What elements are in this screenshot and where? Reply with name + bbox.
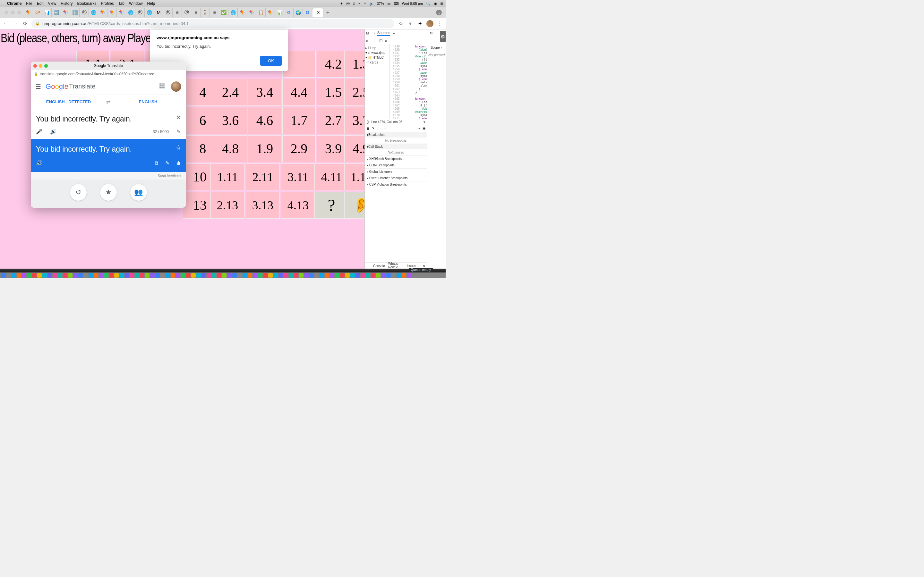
dock-app-icon[interactable] (166, 273, 170, 277)
dock-app-icon[interactable] (381, 273, 386, 277)
pencil-icon[interactable]: ✎ (176, 129, 181, 135)
tab[interactable]: ✅ (220, 8, 228, 17)
close-drawer-icon[interactable]: ✕ (423, 264, 425, 268)
tab[interactable]: M (154, 8, 163, 17)
tab[interactable]: ⓐ (136, 8, 145, 17)
dock-app-icon[interactable] (186, 273, 191, 277)
tab[interactable]: 🪁 (238, 8, 247, 17)
menu-history[interactable]: History (61, 1, 73, 6)
card[interactable]: 2.11 (246, 163, 280, 190)
callstack-header[interactable]: ▾ Call Stack (365, 144, 427, 149)
dock-app-icon[interactable] (32, 273, 37, 277)
control-center-icon[interactable]: ◉ (434, 2, 437, 6)
dock-app-icon[interactable] (330, 273, 334, 277)
menu-profiles[interactable]: Profiles (101, 1, 114, 6)
card[interactable]: 3.4 (248, 79, 281, 106)
dock-app-icon[interactable] (222, 273, 226, 277)
menu-tab[interactable]: Tab (118, 1, 124, 6)
dock-app-icon[interactable] (320, 273, 324, 277)
edit-icon[interactable]: ✎ (165, 160, 170, 166)
card[interactable]: 4.13 (281, 192, 315, 219)
deactivate-bp-icon[interactable]: ⌁ (418, 126, 421, 131)
send-feedback-link[interactable]: Send feedback (31, 172, 186, 179)
save-star-icon[interactable]: ☆ (176, 143, 181, 151)
window-controls[interactable] (2, 11, 24, 15)
more-icon[interactable]: » (366, 39, 368, 43)
more-icon[interactable]: » (385, 39, 387, 43)
tab[interactable]: 🔤 (52, 8, 61, 17)
saved-icon[interactable]: ★ (100, 184, 117, 201)
tab[interactable]: 🪁 (108, 8, 117, 17)
scope-tab[interactable]: Scope (431, 46, 439, 49)
card[interactable]: 2.4 (214, 79, 247, 106)
dock-app-icon[interactable] (309, 273, 314, 277)
dock-app-icon[interactable] (258, 273, 262, 277)
dock-app-icon[interactable] (181, 273, 186, 277)
tab[interactable]: 🪁 (24, 8, 33, 17)
dock-app-icon[interactable] (227, 273, 232, 277)
dock-app-icon[interactable] (155, 273, 160, 277)
card[interactable]: ? (314, 192, 349, 219)
card[interactable]: 4.8 (214, 135, 247, 162)
dock-app-icon[interactable] (83, 273, 88, 277)
card[interactable]: 3.11 (281, 163, 315, 190)
dock-app-icon[interactable] (78, 273, 83, 277)
split-icon[interactable]: ◫ (379, 39, 383, 43)
dock-app-icon[interactable] (253, 273, 257, 277)
dock-app-icon[interactable] (237, 273, 242, 277)
new-tab-button[interactable]: + (324, 9, 332, 16)
mic-icon[interactable]: 🎤 (36, 129, 42, 135)
tab[interactable]: ⓐ (182, 8, 191, 17)
tab-active[interactable]: ✕ (312, 8, 323, 17)
back-button[interactable]: ← (3, 21, 9, 27)
dock-app-icon[interactable] (407, 273, 411, 277)
share-icon[interactable]: ⋔ (176, 160, 181, 166)
tab[interactable]: 🌍 (294, 8, 303, 17)
dock-app-icon[interactable] (232, 273, 237, 277)
device-icon[interactable]: ▭ (372, 31, 375, 35)
dock-app-icon[interactable] (135, 273, 139, 277)
dock-app-icon[interactable] (304, 273, 309, 277)
dock-app-icon[interactable] (109, 273, 113, 277)
dock-app-icon[interactable] (314, 273, 319, 277)
step-into-icon[interactable]: ↓ (376, 127, 378, 131)
tab[interactable]: 🌐 (126, 8, 136, 17)
more-tabs-icon[interactable]: » (393, 31, 395, 35)
tab[interactable]: 🪁 (61, 8, 70, 17)
target-language[interactable]: ENGLISH (110, 99, 186, 104)
inspect-icon[interactable]: ⊡ (366, 31, 369, 35)
tab[interactable]: 🪁 (266, 8, 275, 17)
swap-languages-icon[interactable]: ⇄ (106, 99, 110, 105)
file-tree[interactable]: ▸ ☐ top ▾ ◇ www.rjmp ▾ 📁 HTMLC 📄 cards (365, 44, 390, 119)
dock-app-icon[interactable] (335, 273, 339, 277)
source-text[interactable]: You bid incorrectly. Try again. (36, 115, 181, 123)
settings-icon[interactable]: ⚙ (430, 31, 433, 35)
side-gear-icon[interactable]: ⚙ (440, 31, 446, 42)
dock-app-icon[interactable] (104, 273, 108, 277)
star-icon[interactable]: ☆ (397, 21, 404, 27)
devtools-section[interactable]: ▸ CSP Violation Breakpoints (365, 181, 427, 187)
list-icon[interactable]: ≣ (440, 2, 443, 6)
dock-app-icon[interactable] (360, 273, 365, 277)
card[interactable]: 2.13 (210, 192, 244, 219)
dock-app-icon[interactable] (47, 273, 52, 277)
hamburger-icon[interactable]: ☰ (35, 83, 41, 90)
status-icon[interactable]: Ⓜ (346, 1, 350, 6)
status-icon[interactable]: ✦ (340, 2, 343, 6)
card[interactable]: 1.11 (210, 163, 244, 190)
drawer-tab-whatsnew[interactable]: What's New ✕ (388, 262, 404, 269)
drawer-menu-icon[interactable]: ⋮ (367, 264, 370, 268)
menu-file[interactable]: File (26, 1, 32, 6)
breakpoints-header[interactable]: ▾ Breakpoints (365, 132, 427, 137)
history-icon[interactable]: ↺ (70, 184, 87, 201)
dock-app-icon[interactable] (212, 273, 216, 277)
speaker-icon[interactable]: 🔊 (36, 160, 42, 166)
dock-app-icon[interactable] (207, 273, 211, 277)
address-bar[interactable]: 🔒 rjmprogramming.com.au/HTMLCSS/cards_us… (31, 19, 394, 28)
dock-app-icon[interactable] (397, 273, 401, 277)
google-apps-icon[interactable] (160, 83, 166, 90)
dock[interactable] (0, 272, 446, 278)
dock-app-icon[interactable] (391, 273, 396, 277)
dock-app-icon[interactable] (145, 273, 150, 277)
dock-app-icon[interactable] (124, 273, 129, 277)
